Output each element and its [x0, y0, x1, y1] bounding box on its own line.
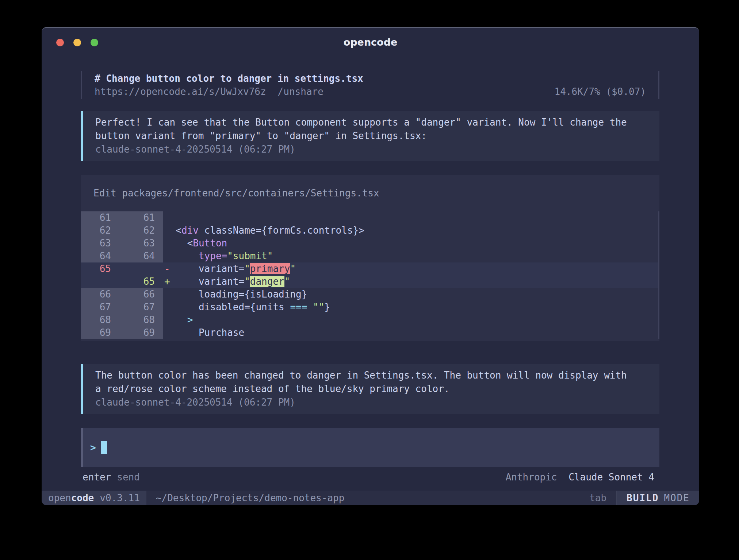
- app-name-open: open: [48, 492, 71, 503]
- message-meta: claude-sonnet-4-20250514 (06:27 PM): [95, 396, 652, 409]
- prompt-symbol: >: [90, 442, 96, 453]
- code-line: - variant="primary": [163, 262, 658, 275]
- line-number-old: [81, 275, 115, 288]
- code-line: Purchase: [163, 326, 658, 339]
- diff-row: 6464 type="submit": [81, 250, 658, 262]
- window-title: opencode: [42, 37, 699, 48]
- diff-row: 65+ variant="danger": [81, 275, 658, 288]
- message-text: button variant from "primary" to "danger…: [95, 129, 652, 143]
- token-cost-stats: 14.6K/7% ($0.07): [555, 85, 646, 98]
- line-number-new: 67: [115, 301, 163, 314]
- line-number-old: 61: [81, 211, 115, 224]
- code-line: loading={isLoading}: [163, 288, 658, 301]
- code-line: <Button: [163, 237, 658, 250]
- code-line: [163, 211, 658, 224]
- diff-row: 6262 <div className={formCs.controls}>: [81, 224, 658, 237]
- line-number-old: 66: [81, 288, 115, 301]
- line-number-new: 66: [115, 288, 163, 301]
- assistant-message: The button color has been changed to dan…: [81, 364, 659, 414]
- line-number-old: 64: [81, 250, 115, 262]
- code-line: + variant="danger": [163, 275, 658, 288]
- code-line: <div className={formCs.controls}>: [163, 224, 658, 237]
- assistant-message: Perfect! I can see that the Button compo…: [81, 111, 659, 161]
- share-url[interactable]: https://opencode.ai/s/UwJxv76z: [95, 85, 266, 98]
- session-header: # Change button color to danger in setti…: [81, 71, 659, 99]
- app-version: v0.3.11: [100, 492, 140, 503]
- text-cursor: [101, 441, 107, 454]
- mode-label: MODE: [664, 492, 690, 503]
- code-line: disabled={units === ""}: [163, 301, 658, 314]
- line-number-new: 65: [115, 275, 163, 288]
- line-number-old: 68: [81, 314, 115, 326]
- code-line: >: [163, 314, 658, 326]
- line-number-old: 67: [81, 301, 115, 314]
- line-number-new: 69: [115, 326, 163, 339]
- hint-bar: enter send Anthropic Claude Sonnet 4: [81, 472, 659, 483]
- model-indicator[interactable]: Anthropic Claude Sonnet 4: [506, 472, 654, 483]
- enter-key-hint: enter: [83, 472, 111, 483]
- mode-badge[interactable]: BUILD MODE: [617, 491, 699, 505]
- line-number-old: 63: [81, 237, 115, 250]
- edit-file-path: Edit packages/frontend/src/containers/Se…: [81, 187, 659, 200]
- send-hint-label: send: [117, 472, 140, 483]
- diff-view: 61616262 <div className={formCs.controls…: [81, 211, 659, 339]
- line-number-old: 62: [81, 224, 115, 237]
- opencode-window: opencode # Change button color to danger…: [42, 27, 699, 505]
- provider-name: Anthropic: [506, 472, 557, 483]
- status-bar: opencode v0.3.11 ~/Desktop/Projects/demo…: [42, 491, 699, 505]
- line-number-new: [115, 262, 163, 275]
- diff-row: 6161: [81, 211, 658, 224]
- prompt-input[interactable]: >: [81, 428, 659, 467]
- diff-row: 6969 Purchase: [81, 326, 658, 339]
- message-text: The button color has been changed to dan…: [95, 369, 652, 382]
- line-number-old: 69: [81, 326, 115, 339]
- edit-tool-panel: Edit packages/frontend/src/containers/Se…: [81, 175, 659, 341]
- code-line: type="submit": [163, 250, 658, 262]
- diff-row: 6363 <Button: [81, 237, 658, 250]
- tab-key-hint: tab: [589, 491, 606, 505]
- diff-row: 6666 loading={isLoading}: [81, 288, 658, 301]
- diff-row: 6767 disabled={units === ""}: [81, 301, 658, 314]
- line-number-old: 65: [81, 262, 115, 275]
- app-name-code: code: [71, 492, 94, 503]
- session-title: # Change button color to danger in setti…: [95, 72, 646, 85]
- model-name: Claude Sonnet 4: [568, 472, 654, 483]
- line-number-new: 63: [115, 237, 163, 250]
- app-version-badge: opencode v0.3.11: [42, 491, 146, 505]
- line-number-new: 68: [115, 314, 163, 326]
- line-number-new: 64: [115, 250, 163, 262]
- diff-row: 6868 >: [81, 314, 658, 326]
- diff-row: 65- variant="primary": [81, 262, 658, 275]
- working-directory: ~/Desktop/Projects/demo-notes-app: [156, 491, 345, 505]
- title-bar[interactable]: opencode: [42, 28, 699, 50]
- mode-build: BUILD: [627, 492, 659, 503]
- unshare-command[interactable]: /unshare: [278, 85, 323, 98]
- message-text: a red/rose color scheme instead of the b…: [95, 382, 652, 396]
- line-number-new: 62: [115, 224, 163, 237]
- message-meta: claude-sonnet-4-20250514 (06:27 PM): [95, 143, 652, 156]
- message-text: Perfect! I can see that the Button compo…: [95, 116, 652, 129]
- line-number-new: 61: [115, 211, 163, 224]
